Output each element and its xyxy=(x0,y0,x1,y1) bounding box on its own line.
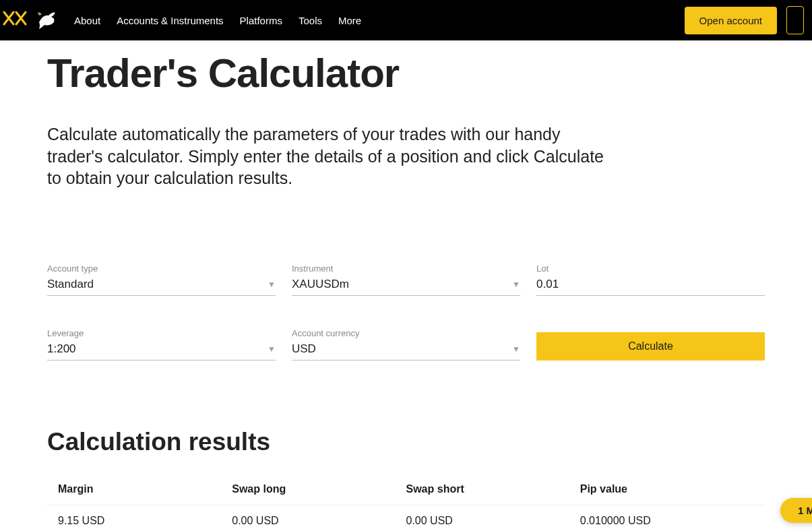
page-title: Trader's Calculator xyxy=(47,50,765,96)
leverage-value: 1:200 xyxy=(47,342,76,356)
chevron-down-icon: ▼ xyxy=(512,344,520,354)
account-currency-label: Account currency xyxy=(292,328,520,338)
lot-label: Lot xyxy=(536,263,765,274)
val-swap-long: 0.00 USD xyxy=(232,515,406,527)
brand-logo[interactable] xyxy=(3,11,27,30)
account-currency-field[interactable]: Account currency USD ▼ xyxy=(292,328,520,361)
instrument-field[interactable]: Instrument XAUUSDm ▼ xyxy=(292,263,520,296)
account-type-label: Account type xyxy=(47,263,276,274)
leverage-label: Leverage xyxy=(47,328,276,338)
leverage-field[interactable]: Leverage 1:200 ▼ xyxy=(47,328,276,361)
results-title: Calculation results xyxy=(47,428,765,456)
intro-text: Calculate automatically the parameters o… xyxy=(47,123,606,189)
chevron-down-icon: ▼ xyxy=(268,280,276,289)
results-header-row: Margin Swap long Swap short Pip value xyxy=(47,474,765,505)
results-data-row: 9.15 USD 0.00 USD 0.00 USD 0.010000 USD xyxy=(47,505,765,532)
open-account-button[interactable]: Open account xyxy=(685,7,777,34)
instrument-value: XAUUSDm xyxy=(292,278,349,291)
nav-more[interactable]: More xyxy=(338,15,361,26)
main-nav: About Accounts & Instruments Platforms T… xyxy=(74,15,361,26)
header-secondary-button[interactable] xyxy=(786,6,804,34)
nav-platforms[interactable]: Platforms xyxy=(240,15,282,26)
top-nav-header: About Accounts & Instruments Platforms T… xyxy=(0,0,812,40)
dove-icon xyxy=(35,9,58,32)
val-pip-value: 0.010000 USD xyxy=(580,515,754,527)
account-type-value: Standard xyxy=(47,278,94,291)
main-content: Trader's Calculator Calculate automatica… xyxy=(0,50,812,531)
col-pip-value: Pip value xyxy=(580,483,754,495)
nav-tools[interactable]: Tools xyxy=(299,15,322,26)
val-swap-short: 0.00 USD xyxy=(406,515,580,527)
nav-about[interactable]: About xyxy=(74,15,100,26)
lot-input[interactable] xyxy=(536,278,765,291)
account-type-field[interactable]: Account type Standard ▼ xyxy=(47,263,276,296)
nav-accounts-instruments[interactable]: Accounts & Instruments xyxy=(117,15,223,26)
instrument-label: Instrument xyxy=(292,263,520,274)
col-swap-short: Swap short xyxy=(406,483,580,495)
logo-group xyxy=(3,9,58,32)
col-swap-long: Swap long xyxy=(232,483,406,495)
chevron-down-icon: ▼ xyxy=(268,344,276,354)
lot-field[interactable]: Lot xyxy=(536,263,765,296)
chevron-down-icon: ▼ xyxy=(512,280,520,289)
val-margin: 9.15 USD xyxy=(58,515,232,527)
results-table: Margin Swap long Swap short Pip value 9.… xyxy=(47,474,765,532)
account-currency-value: USD xyxy=(292,342,316,356)
calculator-form: Account type Standard ▼ Instrument XAUUS… xyxy=(47,263,765,361)
floating-promo-pill[interactable]: 1 M xyxy=(780,498,812,523)
calculate-button[interactable]: Calculate xyxy=(536,332,765,361)
col-margin: Margin xyxy=(58,483,232,495)
